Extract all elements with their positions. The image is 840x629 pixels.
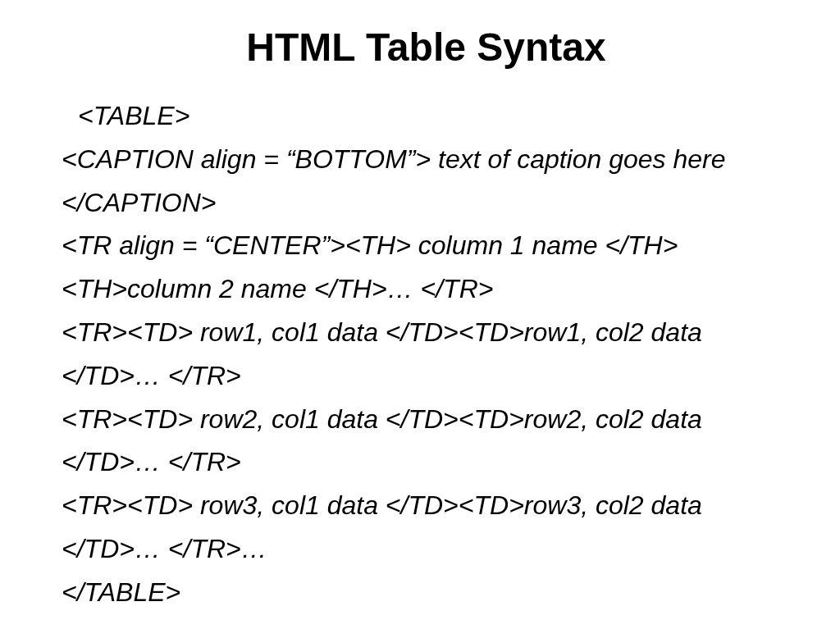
code-line-4: <TR><TD> row1, col1 data </TD><TD>row1, … (62, 311, 791, 398)
code-line-2: <CAPTION align = “BOTTOM”> text of capti… (62, 138, 791, 225)
code-line-7: </TABLE> (62, 571, 791, 614)
code-line-3: <TR align = “CENTER”><TH> column 1 name … (62, 224, 791, 311)
code-line-5: <TR><TD> row2, col1 data </TD><TD>row2, … (62, 398, 791, 485)
code-line-6: <TR><TD> row3, col1 data </TD><TD>row3, … (62, 484, 791, 571)
code-example: <TABLE> <CAPTION align = “BOTTOM”> text … (62, 94, 791, 614)
slide-title: HTML Table Syntax (62, 25, 791, 70)
code-line-1: <TABLE> (62, 94, 791, 138)
